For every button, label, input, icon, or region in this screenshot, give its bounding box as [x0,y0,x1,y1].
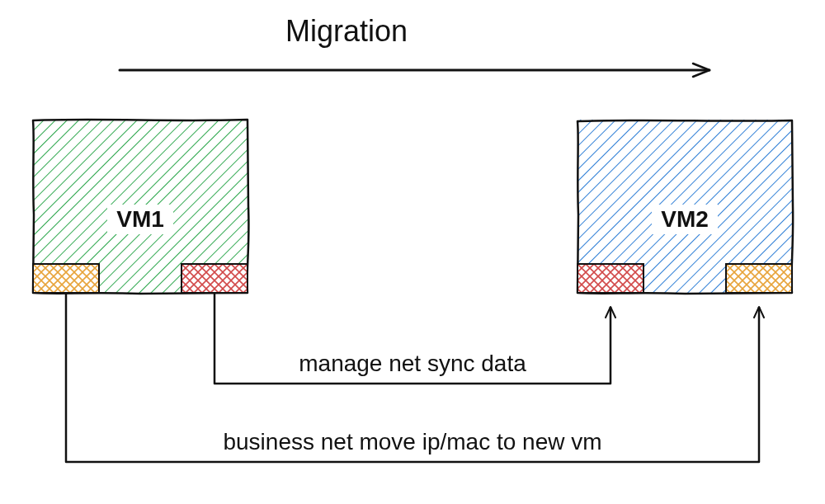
svg-rect-14 [578,264,644,293]
diagram-canvas: Migration VM1 VM2 [0,0,825,504]
svg-rect-16 [726,264,792,293]
vm2-port-manage [578,264,644,293]
vm1-port-manage [182,264,248,293]
vm2-port-business [726,264,792,293]
vm1-label: VM1 [116,206,164,232]
business-net-label: business net move ip/mac to new vm [223,429,601,455]
vm2-box: VM2 [578,120,793,294]
vm2-label: VM2 [661,206,709,232]
svg-rect-10 [182,264,248,293]
title-label: Migration [285,14,408,48]
svg-rect-8 [33,264,99,293]
manage-net-label: manage net sync data [299,351,526,376]
vm1-box: VM1 [33,120,248,294]
vm1-port-business [33,264,99,293]
